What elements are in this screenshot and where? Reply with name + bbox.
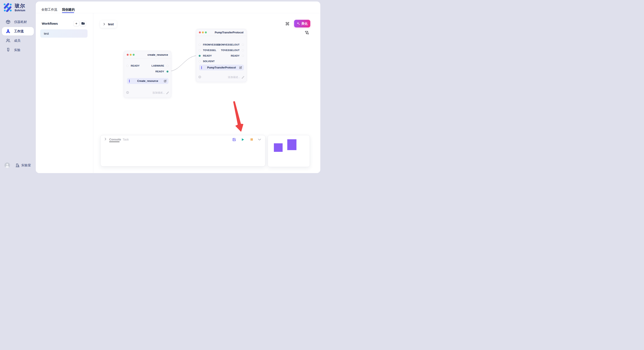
- brand-text: 玻尔 Bohrium: [15, 3, 25, 12]
- panel-divider: [93, 13, 93, 173]
- info-icon[interactable]: [198, 76, 201, 78]
- sidebar-item-label: 工作流: [14, 29, 24, 33]
- port-label: READY: [156, 70, 164, 73]
- port-label: READY: [203, 54, 212, 57]
- description-field[interactable]: 添加描述...: [152, 91, 169, 95]
- brand-logo: 玻尔 Bohrium: [3, 3, 25, 12]
- sidebar-item-label: 成员: [14, 39, 20, 43]
- port-connector-connected[interactable]: [166, 71, 168, 72]
- info-icon[interactable]: [126, 91, 129, 94]
- brand-name-en: Bohrium: [15, 9, 25, 12]
- port-ready-out: READY: [156, 70, 168, 73]
- sparkles-icon: [297, 22, 300, 25]
- port-connector[interactable]: [242, 44, 244, 46]
- lab-switcher[interactable]: 实验室: [16, 163, 31, 167]
- bohrium-logo-icon: [3, 3, 12, 12]
- edit-icon[interactable]: [239, 66, 242, 69]
- beautify-button[interactable]: 美化: [294, 20, 310, 27]
- node-dot-red[interactable]: [199, 31, 201, 33]
- app-window: 玻尔 Bohrium 仪器耗材 工作流: [0, 0, 322, 175]
- test-tube-icon: [6, 48, 10, 52]
- tab-all-workflows[interactable]: 全部工作流: [41, 8, 57, 12]
- import-folder-button[interactable]: [80, 21, 86, 26]
- minimap[interactable]: [268, 135, 310, 167]
- add-workflow-button[interactable]: +: [74, 21, 79, 26]
- sidebar-item-instruments[interactable]: 仪器耗材: [2, 18, 34, 26]
- sidebar: 玻尔 Bohrium 仪器耗材 工作流: [0, 0, 36, 175]
- node-dot-green[interactable]: [133, 54, 134, 56]
- port-ready-in: READY: [126, 64, 140, 67]
- console-collapse-button[interactable]: [104, 138, 107, 140]
- pause-icon: [250, 138, 253, 141]
- pencil-icon: [166, 92, 169, 94]
- edit-icon[interactable]: [164, 80, 166, 82]
- port-connector-connected[interactable]: [199, 55, 200, 57]
- description-field[interactable]: 添加描述...: [228, 75, 244, 79]
- node-action-pump-transfer[interactable]: PumpTransferProtocol: [199, 65, 244, 70]
- shortcut-button[interactable]: [285, 21, 290, 26]
- node-pump-transfer-protocol[interactable]: PumpTransferProtocol FROMVESSEL TOVESSEL…: [196, 29, 246, 82]
- port-label: FROMVESSELOUT: [217, 43, 240, 46]
- port-tovesselout: TOVESSELOUT: [221, 48, 244, 52]
- sidebar-item-members[interactable]: 成员: [2, 36, 34, 45]
- filter-funnel-icon: [305, 31, 309, 35]
- tab-my-created[interactable]: 我创建的: [62, 8, 75, 12]
- port-connector[interactable]: [242, 49, 244, 51]
- save-icon: [232, 138, 236, 141]
- filter-button[interactable]: [304, 31, 309, 35]
- port-ready-out: READY: [231, 54, 244, 57]
- collapse-panel-button[interactable]: [257, 137, 262, 142]
- action-accent-bar: [129, 80, 130, 82]
- node-dot-green[interactable]: [205, 31, 207, 33]
- workflow-item-label: test: [44, 32, 49, 35]
- save-button[interactable]: [232, 137, 236, 142]
- description-placeholder: 添加描述...: [152, 91, 165, 95]
- chevron-right-icon: [103, 23, 106, 25]
- port-connector[interactable]: [126, 65, 128, 67]
- sidebar-footer: 实验室: [4, 163, 31, 168]
- console-tab-task[interactable]: Task: [123, 138, 129, 141]
- members-icon: [6, 38, 10, 43]
- workflow-person-icon: [6, 29, 10, 33]
- port-tovessel-in: TOVESSEL: [199, 48, 216, 52]
- beautify-label: 美化: [301, 22, 308, 26]
- port-connector[interactable]: [166, 65, 168, 67]
- sidebar-item-workflow[interactable]: 工作流: [2, 27, 34, 35]
- port-solvent-in: SOLVENT: [199, 59, 215, 63]
- minimap-node-rect: [287, 139, 296, 150]
- sidebar-item-label: 仪器耗材: [14, 20, 27, 24]
- node-title: PumpTransferProtocol: [215, 31, 244, 34]
- console-tab-console[interactable]: Console: [109, 138, 121, 141]
- tabbar-divider: [36, 13, 320, 13]
- node-title: create_resource: [147, 53, 168, 56]
- port-connector[interactable]: [242, 55, 244, 57]
- port-connector[interactable]: [199, 60, 200, 62]
- node-dot-amber[interactable]: [130, 54, 132, 56]
- building-icon: [16, 163, 20, 167]
- node-dot-red[interactable]: [127, 54, 129, 56]
- node-dot-amber[interactable]: [202, 31, 204, 33]
- avatar[interactable]: [4, 163, 10, 168]
- run-button[interactable]: [241, 137, 245, 142]
- description-placeholder: 添加描述...: [228, 75, 240, 79]
- port-label: READY: [231, 54, 240, 57]
- console-active-tab-underline: [109, 142, 120, 142]
- breadcrumb[interactable]: test: [100, 20, 117, 28]
- breadcrumb-label: test: [108, 22, 114, 26]
- pencil-icon: [242, 76, 244, 79]
- port-ready-in: READY: [199, 54, 212, 57]
- port-connector[interactable]: [199, 49, 200, 51]
- port-fromvesselout: FROMVESSELOUT: [217, 43, 244, 46]
- workflow-list-item-test[interactable]: test: [40, 29, 88, 38]
- lab-label: 实验室: [21, 163, 31, 167]
- port-label: LABWARE: [152, 64, 164, 67]
- port-connector[interactable]: [199, 44, 200, 46]
- node-action-create-resource[interactable]: Create_resource: [127, 78, 168, 84]
- node-create-resource[interactable]: create_resource READY LABWARE READY Crea…: [124, 51, 171, 98]
- action-label: PumpTransferProtocol: [199, 66, 244, 69]
- folder-download-icon: [81, 22, 85, 25]
- pause-button[interactable]: [250, 137, 254, 142]
- minimap-node-rect: [274, 143, 282, 152]
- sidebar-item-experiments[interactable]: 实验: [2, 46, 34, 54]
- plus-icon: +: [76, 22, 78, 25]
